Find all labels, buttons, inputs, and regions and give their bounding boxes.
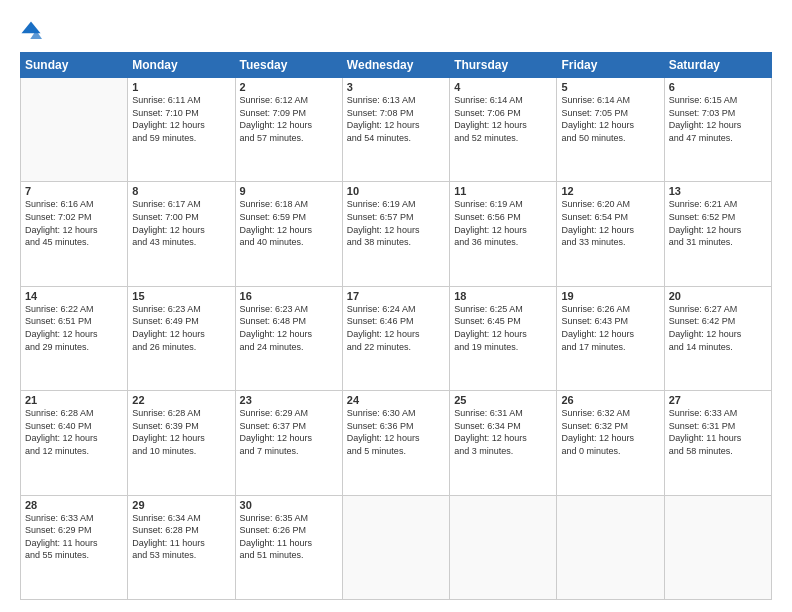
calendar-cell: 1Sunrise: 6:11 AM Sunset: 7:10 PM Daylig… (128, 78, 235, 182)
day-info: Sunrise: 6:29 AM Sunset: 6:37 PM Dayligh… (240, 407, 338, 457)
weekday-monday: Monday (128, 53, 235, 78)
day-info: Sunrise: 6:33 AM Sunset: 6:29 PM Dayligh… (25, 512, 123, 562)
day-number: 19 (561, 290, 659, 302)
day-number: 28 (25, 499, 123, 511)
day-info: Sunrise: 6:24 AM Sunset: 6:46 PM Dayligh… (347, 303, 445, 353)
calendar-cell: 14Sunrise: 6:22 AM Sunset: 6:51 PM Dayli… (21, 286, 128, 390)
day-number: 17 (347, 290, 445, 302)
day-number: 24 (347, 394, 445, 406)
weekday-friday: Friday (557, 53, 664, 78)
day-info: Sunrise: 6:28 AM Sunset: 6:39 PM Dayligh… (132, 407, 230, 457)
day-number: 15 (132, 290, 230, 302)
day-info: Sunrise: 6:11 AM Sunset: 7:10 PM Dayligh… (132, 94, 230, 144)
weekday-tuesday: Tuesday (235, 53, 342, 78)
calendar-cell: 17Sunrise: 6:24 AM Sunset: 6:46 PM Dayli… (342, 286, 449, 390)
week-row-0: 1Sunrise: 6:11 AM Sunset: 7:10 PM Daylig… (21, 78, 772, 182)
day-info: Sunrise: 6:15 AM Sunset: 7:03 PM Dayligh… (669, 94, 767, 144)
day-info: Sunrise: 6:21 AM Sunset: 6:52 PM Dayligh… (669, 198, 767, 248)
day-number: 3 (347, 81, 445, 93)
calendar-cell: 19Sunrise: 6:26 AM Sunset: 6:43 PM Dayli… (557, 286, 664, 390)
day-info: Sunrise: 6:30 AM Sunset: 6:36 PM Dayligh… (347, 407, 445, 457)
calendar-cell: 8Sunrise: 6:17 AM Sunset: 7:00 PM Daylig… (128, 182, 235, 286)
day-number: 14 (25, 290, 123, 302)
day-info: Sunrise: 6:17 AM Sunset: 7:00 PM Dayligh… (132, 198, 230, 248)
day-info: Sunrise: 6:16 AM Sunset: 7:02 PM Dayligh… (25, 198, 123, 248)
day-number: 9 (240, 185, 338, 197)
calendar-cell: 13Sunrise: 6:21 AM Sunset: 6:52 PM Dayli… (664, 182, 771, 286)
day-number: 4 (454, 81, 552, 93)
day-number: 30 (240, 499, 338, 511)
calendar-cell: 23Sunrise: 6:29 AM Sunset: 6:37 PM Dayli… (235, 391, 342, 495)
calendar-cell (557, 495, 664, 599)
day-number: 2 (240, 81, 338, 93)
day-info: Sunrise: 6:14 AM Sunset: 7:06 PM Dayligh… (454, 94, 552, 144)
day-info: Sunrise: 6:12 AM Sunset: 7:09 PM Dayligh… (240, 94, 338, 144)
week-row-3: 21Sunrise: 6:28 AM Sunset: 6:40 PM Dayli… (21, 391, 772, 495)
day-number: 26 (561, 394, 659, 406)
calendar-cell: 18Sunrise: 6:25 AM Sunset: 6:45 PM Dayli… (450, 286, 557, 390)
calendar-cell: 10Sunrise: 6:19 AM Sunset: 6:57 PM Dayli… (342, 182, 449, 286)
day-info: Sunrise: 6:27 AM Sunset: 6:42 PM Dayligh… (669, 303, 767, 353)
day-number: 20 (669, 290, 767, 302)
day-info: Sunrise: 6:20 AM Sunset: 6:54 PM Dayligh… (561, 198, 659, 248)
calendar-cell: 4Sunrise: 6:14 AM Sunset: 7:06 PM Daylig… (450, 78, 557, 182)
page-header (20, 18, 772, 42)
day-info: Sunrise: 6:23 AM Sunset: 6:49 PM Dayligh… (132, 303, 230, 353)
day-number: 29 (132, 499, 230, 511)
day-number: 8 (132, 185, 230, 197)
day-info: Sunrise: 6:32 AM Sunset: 6:32 PM Dayligh… (561, 407, 659, 457)
day-number: 12 (561, 185, 659, 197)
calendar-cell: 28Sunrise: 6:33 AM Sunset: 6:29 PM Dayli… (21, 495, 128, 599)
calendar-cell: 9Sunrise: 6:18 AM Sunset: 6:59 PM Daylig… (235, 182, 342, 286)
week-row-4: 28Sunrise: 6:33 AM Sunset: 6:29 PM Dayli… (21, 495, 772, 599)
calendar-cell: 29Sunrise: 6:34 AM Sunset: 6:28 PM Dayli… (128, 495, 235, 599)
day-info: Sunrise: 6:34 AM Sunset: 6:28 PM Dayligh… (132, 512, 230, 562)
day-info: Sunrise: 6:23 AM Sunset: 6:48 PM Dayligh… (240, 303, 338, 353)
calendar-cell: 16Sunrise: 6:23 AM Sunset: 6:48 PM Dayli… (235, 286, 342, 390)
svg-marker-0 (21, 21, 40, 33)
day-number: 6 (669, 81, 767, 93)
day-info: Sunrise: 6:31 AM Sunset: 6:34 PM Dayligh… (454, 407, 552, 457)
weekday-sunday: Sunday (21, 53, 128, 78)
calendar-cell: 21Sunrise: 6:28 AM Sunset: 6:40 PM Dayli… (21, 391, 128, 495)
calendar-cell: 2Sunrise: 6:12 AM Sunset: 7:09 PM Daylig… (235, 78, 342, 182)
week-row-2: 14Sunrise: 6:22 AM Sunset: 6:51 PM Dayli… (21, 286, 772, 390)
day-info: Sunrise: 6:13 AM Sunset: 7:08 PM Dayligh… (347, 94, 445, 144)
day-info: Sunrise: 6:14 AM Sunset: 7:05 PM Dayligh… (561, 94, 659, 144)
calendar-cell: 15Sunrise: 6:23 AM Sunset: 6:49 PM Dayli… (128, 286, 235, 390)
calendar-cell: 12Sunrise: 6:20 AM Sunset: 6:54 PM Dayli… (557, 182, 664, 286)
week-row-1: 7Sunrise: 6:16 AM Sunset: 7:02 PM Daylig… (21, 182, 772, 286)
weekday-wednesday: Wednesday (342, 53, 449, 78)
day-number: 16 (240, 290, 338, 302)
day-number: 25 (454, 394, 552, 406)
calendar: SundayMondayTuesdayWednesdayThursdayFrid… (20, 52, 772, 600)
day-number: 10 (347, 185, 445, 197)
weekday-saturday: Saturday (664, 53, 771, 78)
day-number: 1 (132, 81, 230, 93)
day-number: 22 (132, 394, 230, 406)
day-info: Sunrise: 6:22 AM Sunset: 6:51 PM Dayligh… (25, 303, 123, 353)
calendar-cell: 25Sunrise: 6:31 AM Sunset: 6:34 PM Dayli… (450, 391, 557, 495)
weekday-header-row: SundayMondayTuesdayWednesdayThursdayFrid… (21, 53, 772, 78)
calendar-cell: 7Sunrise: 6:16 AM Sunset: 7:02 PM Daylig… (21, 182, 128, 286)
day-info: Sunrise: 6:33 AM Sunset: 6:31 PM Dayligh… (669, 407, 767, 457)
day-number: 18 (454, 290, 552, 302)
calendar-body: 1Sunrise: 6:11 AM Sunset: 7:10 PM Daylig… (21, 78, 772, 600)
calendar-cell (664, 495, 771, 599)
day-info: Sunrise: 6:18 AM Sunset: 6:59 PM Dayligh… (240, 198, 338, 248)
day-number: 23 (240, 394, 338, 406)
day-info: Sunrise: 6:19 AM Sunset: 6:57 PM Dayligh… (347, 198, 445, 248)
day-number: 5 (561, 81, 659, 93)
day-number: 21 (25, 394, 123, 406)
day-number: 13 (669, 185, 767, 197)
day-info: Sunrise: 6:28 AM Sunset: 6:40 PM Dayligh… (25, 407, 123, 457)
calendar-cell: 5Sunrise: 6:14 AM Sunset: 7:05 PM Daylig… (557, 78, 664, 182)
calendar-cell: 26Sunrise: 6:32 AM Sunset: 6:32 PM Dayli… (557, 391, 664, 495)
day-number: 11 (454, 185, 552, 197)
calendar-cell: 6Sunrise: 6:15 AM Sunset: 7:03 PM Daylig… (664, 78, 771, 182)
calendar-cell (21, 78, 128, 182)
day-info: Sunrise: 6:26 AM Sunset: 6:43 PM Dayligh… (561, 303, 659, 353)
calendar-cell: 24Sunrise: 6:30 AM Sunset: 6:36 PM Dayli… (342, 391, 449, 495)
day-info: Sunrise: 6:35 AM Sunset: 6:26 PM Dayligh… (240, 512, 338, 562)
calendar-cell: 3Sunrise: 6:13 AM Sunset: 7:08 PM Daylig… (342, 78, 449, 182)
